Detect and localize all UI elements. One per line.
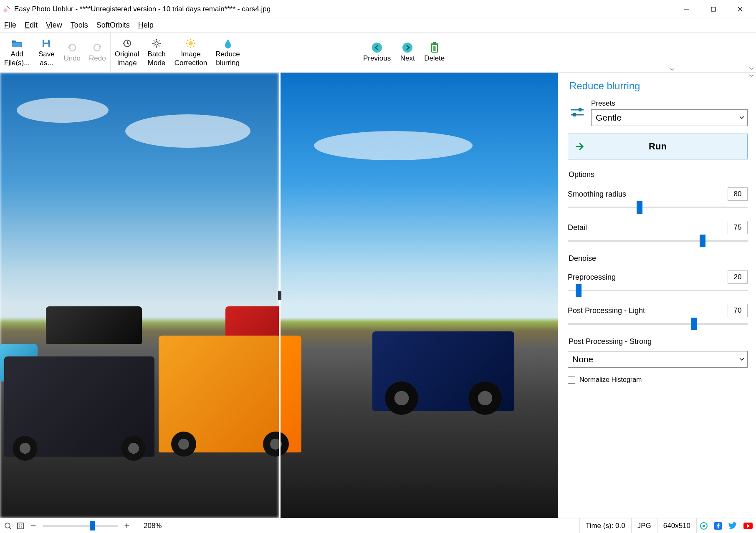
status-dimensions: 640x510	[657, 518, 696, 533]
add-files-button[interactable]: AddFile(s)...	[0, 33, 34, 72]
options-label: Options	[569, 170, 748, 179]
undo-button[interactable]: Undo	[59, 33, 85, 72]
slider-thumb[interactable]	[576, 284, 582, 297]
svg-line-23	[193, 46, 194, 47]
svg-rect-37	[573, 113, 576, 116]
smoothing-radius-value[interactable]: 80	[728, 187, 748, 201]
toolbar-nav-expand-icon[interactable]	[670, 67, 674, 71]
compare-handle[interactable]	[278, 291, 281, 300]
gear-icon	[152, 38, 162, 49]
svg-line-39	[9, 527, 11, 529]
post-strong-value: None	[572, 354, 593, 364]
previous-button[interactable]: Previous	[359, 33, 395, 72]
next-button[interactable]: Next	[395, 33, 420, 72]
menu-file[interactable]: File	[4, 21, 16, 30]
smoothing-radius-row: Smoothing radius 80	[568, 187, 748, 208]
normalize-histogram-label: Normalize Histogram	[579, 376, 642, 384]
slider-thumb[interactable]	[691, 318, 697, 330]
after-image	[281, 73, 558, 518]
svg-rect-5	[44, 40, 48, 43]
svg-line-16	[159, 40, 159, 41]
sun-icon	[186, 38, 196, 49]
delete-button[interactable]: Delete	[420, 33, 449, 72]
droplet-icon	[223, 38, 233, 49]
clock-back-icon	[122, 38, 132, 49]
twitter-icon[interactable]	[725, 522, 740, 530]
svg-point-0	[3, 8, 8, 13]
youtube-icon[interactable]	[740, 523, 756, 529]
original-image-button[interactable]: OriginalImage	[111, 33, 144, 72]
smoothing-radius-slider[interactable]	[568, 207, 748, 208]
post-light-label: Post Processing - Light	[568, 306, 645, 315]
normalize-histogram-checkbox[interactable]	[568, 376, 575, 384]
panel-expand-icon[interactable]	[749, 73, 753, 78]
batch-mode-button[interactable]: BatchMode	[143, 33, 169, 72]
save-as-button[interactable]: Saveas...	[34, 33, 59, 72]
slider-thumb[interactable]	[637, 201, 642, 214]
menu-help[interactable]: Help	[138, 21, 154, 30]
toolbar-group-file: AddFile(s)... Saveas...	[0, 33, 59, 72]
zoom-in-button[interactable]: +	[123, 520, 131, 531]
zoom-actual-icon[interactable]	[4, 522, 12, 530]
svg-point-8	[155, 42, 158, 45]
menubar: File Edit View Tools SoftOrbits Help	[0, 18, 756, 33]
menu-edit[interactable]: Edit	[25, 21, 38, 30]
zoom-out-button[interactable]: −	[29, 520, 38, 531]
normalize-histogram-row[interactable]: Normalize Histogram	[568, 376, 748, 384]
image-viewer[interactable]	[0, 73, 562, 518]
svg-line-25	[193, 40, 194, 41]
reduce-blurring-button[interactable]: Reduceblurring	[211, 33, 244, 72]
detail-slider[interactable]	[568, 240, 748, 242]
svg-rect-29	[431, 43, 438, 45]
minimize-button[interactable]	[673, 1, 700, 18]
svg-rect-30	[433, 42, 436, 43]
redo-button[interactable]: Redo	[85, 33, 110, 72]
close-button[interactable]	[727, 1, 753, 18]
folder-open-icon	[12, 38, 23, 49]
detail-value[interactable]: 75	[728, 221, 748, 234]
post-strong-row: Post Processing - Strong None	[568, 337, 748, 368]
menu-tools[interactable]: Tools	[71, 21, 88, 30]
post-light-slider[interactable]	[568, 323, 748, 325]
toolbar-group-tools: ImageCorrection Reduceblurring	[170, 33, 244, 72]
toolbar-expand-icon[interactable]	[749, 66, 754, 71]
svg-line-13	[154, 40, 154, 41]
svg-point-42	[703, 525, 705, 527]
maximize-button[interactable]	[700, 1, 727, 18]
detail-row: Detail 75	[568, 221, 748, 242]
softorbits-link-icon[interactable]	[696, 518, 711, 533]
sliders-icon	[571, 107, 584, 118]
post-strong-select[interactable]: None	[568, 351, 748, 368]
toolbar-group-view: OriginalImage BatchMode	[111, 33, 170, 72]
before-image	[0, 73, 279, 518]
post-light-row: Post Processing - Light 70	[568, 304, 748, 325]
arrow-left-circle-icon	[372, 42, 382, 53]
panel-title: Reduce blurring	[569, 80, 748, 92]
svg-line-22	[187, 40, 188, 41]
slider-thumb[interactable]	[90, 521, 95, 530]
arrow-right-circle-icon	[402, 42, 413, 53]
run-button[interactable]: Run	[568, 134, 748, 159]
detail-label: Detail	[568, 223, 587, 232]
preprocessing-value[interactable]: 20	[728, 270, 748, 284]
app-icon	[3, 5, 11, 13]
svg-rect-36	[579, 108, 582, 111]
svg-point-26	[372, 43, 382, 53]
image-correction-button[interactable]: ImageCorrection	[170, 33, 211, 72]
presets-select[interactable]: Gentle	[591, 109, 748, 126]
menu-softorbits[interactable]: SoftOrbits	[96, 21, 130, 30]
slider-thumb[interactable]	[700, 235, 705, 247]
status-time: Time (s): 0.0	[579, 518, 631, 533]
redo-icon	[92, 42, 102, 53]
window-title: Easy Photo Unblur - ****Unregistered ver…	[14, 5, 673, 13]
smoothing-radius-label: Smoothing radius	[568, 190, 626, 199]
menu-view[interactable]: View	[46, 21, 62, 30]
presets-label: Presets	[591, 99, 748, 108]
post-light-value[interactable]: 70	[728, 304, 748, 317]
zoom-slider[interactable]	[43, 525, 118, 527]
svg-rect-6	[44, 44, 48, 47]
preprocessing-slider[interactable]	[568, 290, 748, 291]
status-bar: − + 208% Time (s): 0.0 JPG 640x510	[0, 518, 756, 533]
zoom-fit-icon[interactable]	[17, 522, 24, 530]
facebook-icon[interactable]	[711, 522, 725, 530]
